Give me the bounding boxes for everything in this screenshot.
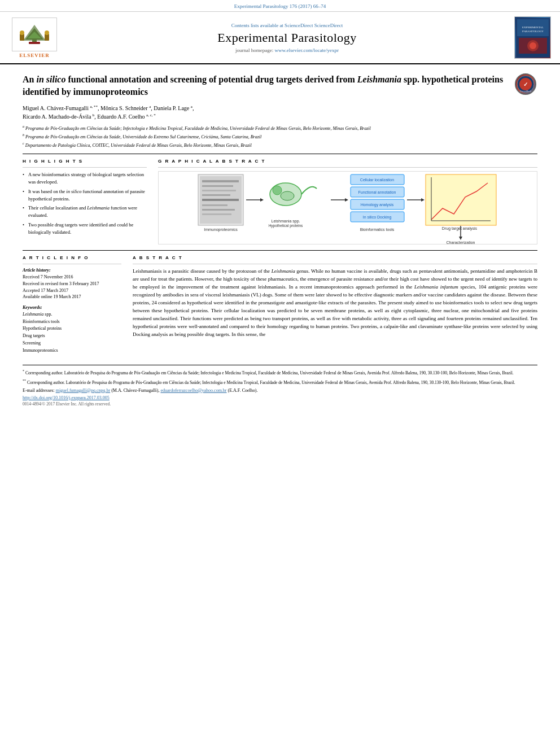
- svg-rect-8: [29, 42, 40, 44]
- article-title: An in silico functional annotation and s…: [23, 73, 515, 98]
- journal-title: Experimental Parasitology: [65, 30, 509, 45]
- keyword-4: Drug targets: [23, 333, 45, 338]
- info-divider: [23, 264, 121, 264]
- email-link-2[interactable]: eduardoferrazcoelho@yahoo.com.br: [160, 388, 226, 393]
- svg-rect-26: [202, 199, 239, 201]
- svg-text:Hypothetical proteins: Hypothetical proteins: [269, 224, 303, 228]
- email-link-1[interactable]: miguel.fumagalli@pq.cnpq.br: [56, 388, 110, 393]
- highlights-col: H I G H L I G H T S A new bioinformatics…: [23, 159, 147, 244]
- keyword-2: Bioinformatics tools: [23, 319, 60, 324]
- science-direct-text: Contents lists available at ScienceDirec…: [65, 23, 509, 28]
- affiliation-c: c Departamento de Patologia Clínica, COI…: [23, 141, 537, 148]
- article-info-col: A R T I C L E I N F O Article history: R…: [23, 255, 121, 359]
- svg-rect-27: [202, 204, 228, 206]
- graphical-abstract-col: G R A P H I C A L A B S T R A C T: [158, 159, 537, 244]
- svg-point-7: [45, 30, 49, 35]
- highlights-label: H I G H L I G H T S: [23, 159, 147, 164]
- highlight-item-2: It was based on the in silico functional…: [23, 188, 147, 203]
- svg-rect-23: [202, 185, 233, 187]
- svg-marker-39: [345, 198, 348, 202]
- ga-divider: [158, 167, 537, 168]
- author-1: Miguel A. Chávez-Fumagalli a, **,: [23, 105, 99, 111]
- svg-text:PARASITOLOGY: PARASITOLOGY: [522, 30, 544, 33]
- svg-point-35: [281, 191, 294, 200]
- svg-rect-25: [202, 194, 230, 196]
- svg-text:✓: ✓: [523, 81, 528, 88]
- top-bar: Experimental Parasitology 176 (2017) 66–…: [0, 0, 560, 12]
- svg-text:Drug target analysis: Drug target analysis: [442, 226, 478, 231]
- affiliation-b: b Programa de Pós-Graduação em Ciências …: [23, 133, 537, 140]
- article-info-label: A R T I C L E I N F O: [23, 255, 121, 260]
- highlights-list: A new bioinformatics strategy of biologi…: [23, 171, 147, 235]
- elsevier-logo-box: [12, 18, 57, 51]
- svg-rect-28: [202, 209, 235, 211]
- svg-rect-29: [202, 213, 231, 215]
- svg-point-34: [273, 186, 282, 195]
- highlights-graphical-section: H I G H L I G H T S A new bioinformatics…: [23, 159, 537, 244]
- footnote-star: * Corresponding author. Laboratório de P…: [23, 369, 537, 376]
- highlight-item-3: Their cellular localization and Leishman…: [23, 204, 147, 219]
- article-info-abstract-section: A R T I C L E I N F O Article history: R…: [23, 255, 537, 359]
- author-5: Eduardo A.F. Coelho a, c, *: [97, 113, 155, 120]
- issn-line: 0014-4894/© 2017 Elsevier Inc. All right…: [23, 401, 537, 407]
- received-revised: Received in revised form 3 February 2017: [23, 281, 121, 287]
- author-4: Ricardo A. Machado-de-Ávila b,: [23, 113, 96, 120]
- abstract-text: Leishmaniasis is a parasitic disease cau…: [133, 268, 537, 338]
- keyword-5: Screening: [23, 340, 41, 346]
- footnotes-section: * Corresponding author. Laboratório de P…: [23, 365, 537, 407]
- affiliation-a: a Programa de Pós-Graduação em Ciências …: [23, 124, 537, 132]
- homepage-link[interactable]: www.elsevier.com/locate/yexpr: [275, 47, 339, 53]
- abstract-label: A B S T R A C T: [133, 255, 537, 260]
- keyword-6: Immunoproteomics: [23, 348, 58, 353]
- crossmark-icon[interactable]: ✓ CrossMark: [515, 73, 536, 95]
- main-divider: [23, 154, 537, 154]
- svg-rect-24: [202, 190, 236, 191]
- history-label: Article history:: [23, 268, 121, 273]
- elsevier-label: ELSEVIER: [19, 53, 50, 58]
- svg-rect-22: [202, 180, 239, 182]
- doi-line[interactable]: http://dx.doi.org/10.1016/j.exppara.2017…: [23, 395, 537, 400]
- email-addresses: E-mail addresses: miguel.fumagalli@pq.cn…: [23, 388, 537, 393]
- svg-rect-51: [426, 174, 496, 225]
- svg-marker-50: [421, 198, 425, 202]
- svg-text:Immunoproteomics: Immunoproteomics: [204, 228, 238, 232]
- accepted-date: Accepted 17 March 2017: [23, 287, 121, 294]
- svg-point-5: [20, 30, 24, 35]
- keywords-section: Keywords: Leishmania spp. Bioinformatics…: [23, 305, 121, 355]
- received-date: Received 7 November 2016: [23, 274, 121, 281]
- keyword-3: Hypothetical proteins: [23, 326, 62, 331]
- journal-cover: EXPERIMENTAL PARASITOLOGY: [514, 16, 551, 59]
- doi-link[interactable]: http://dx.doi.org/10.1016/j.exppara.2017…: [23, 395, 110, 400]
- graphical-abstract-image: Immunoproteomics: [158, 171, 537, 244]
- svg-marker-32: [260, 198, 264, 202]
- article-history: Article history: Received 7 November 201…: [23, 268, 121, 300]
- abstract-col: A B S T R A C T Leishmaniasis is a paras…: [133, 255, 537, 359]
- svg-text:Cellular localization: Cellular localization: [360, 178, 394, 182]
- article-title-section: An in silico functional annotation and s…: [23, 73, 537, 98]
- graphical-abstract-label: G R A P H I C A L A B S T R A C T: [158, 159, 537, 164]
- affiliations: a Programa de Pós-Graduação em Ciências …: [23, 124, 537, 148]
- author-3: Daniela P. Lage a,: [154, 105, 194, 111]
- highlights-divider: [23, 167, 147, 168]
- crossmark-badge[interactable]: ✓ CrossMark: [515, 73, 537, 96]
- elsevier-logo: ELSEVIER: [9, 18, 60, 58]
- journal-homepage: journal homepage: www.elsevier.com/locat…: [65, 47, 509, 53]
- svg-text:Functional annotation: Functional annotation: [358, 190, 396, 194]
- journal-citation: Experimental Parasitology 176 (2017) 66–…: [234, 3, 326, 9]
- journal-cover-image: EXPERIMENTAL PARASITOLOGY: [514, 16, 551, 59]
- svg-text:CrossMark: CrossMark: [520, 90, 532, 93]
- svg-text:EXPERIMENTAL: EXPERIMENTAL: [522, 26, 544, 29]
- svg-text:In silico Docking: In silico Docking: [363, 215, 392, 220]
- keywords-list: Leishmania spp. Bioinformatics tools Hyp…: [23, 311, 121, 355]
- authors: Miguel A. Chávez-Fumagalli a, **, Mônica…: [23, 103, 537, 121]
- section-divider-2: [23, 250, 537, 251]
- article-content: An in silico functional annotation and s…: [0, 64, 560, 412]
- svg-marker-56: [459, 237, 462, 240]
- keywords-label: Keywords:: [23, 305, 121, 310]
- available-online: Available online 19 March 2017: [23, 294, 121, 300]
- page: Experimental Parasitology 176 (2017) 66–…: [0, 0, 560, 747]
- svg-text:Characterization: Characterization: [447, 241, 475, 244]
- journal-center: Contents lists available at ScienceDirec…: [60, 23, 514, 53]
- svg-text:Homology analysis: Homology analysis: [361, 203, 394, 207]
- svg-point-15: [530, 42, 536, 49]
